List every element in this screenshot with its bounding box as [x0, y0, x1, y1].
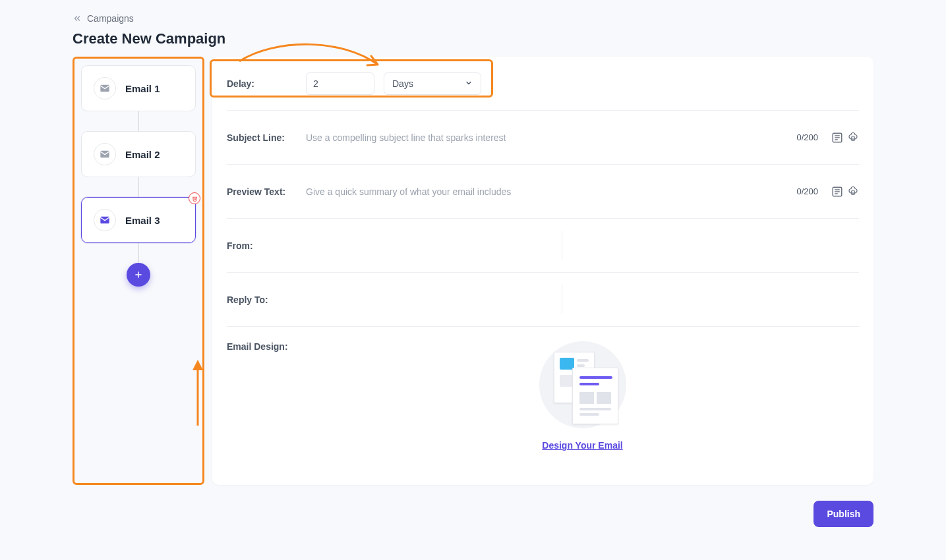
- field-separator: [562, 231, 562, 260]
- mail-icon: [94, 209, 116, 231]
- delay-value-input[interactable]: 2: [306, 72, 374, 95]
- email-item-label: Email 1: [125, 83, 160, 94]
- mail-icon: [94, 77, 116, 99]
- field-separator: [562, 285, 562, 314]
- delay-unit-text: Days: [392, 78, 413, 89]
- subject-label: Subject Line:: [227, 132, 306, 143]
- delay-label: Delay:: [227, 78, 306, 89]
- sidebar-item-email-3[interactable]: Email 3: [81, 197, 196, 243]
- email-sequence-sidebar: Email 1 Email 2: [73, 57, 204, 485]
- svg-point-8: [852, 136, 855, 139]
- breadcrumb[interactable]: Campaigns: [73, 13, 873, 24]
- email-item-label: Email 3: [125, 215, 160, 226]
- design-illustration: [539, 341, 626, 428]
- reply-to-label: Reply To:: [227, 294, 306, 305]
- subject-row: Subject Line: Use a compelling subject l…: [227, 111, 859, 165]
- design-email-link[interactable]: Design Your Email: [542, 440, 622, 451]
- page-title: Create New Campaign: [73, 30, 873, 47]
- subject-input[interactable]: Use a compelling subject line that spark…: [306, 132, 796, 143]
- from-label: From:: [227, 240, 306, 251]
- sidebar-item-email-2[interactable]: Email 2: [81, 131, 196, 177]
- sequence-connector: [138, 111, 139, 131]
- ai-icon[interactable]: [847, 132, 859, 144]
- chevron-down-icon: [465, 78, 473, 89]
- template-icon[interactable]: [831, 186, 843, 198]
- preview-label: Preview Text:: [227, 186, 306, 197]
- svg-point-13: [852, 190, 855, 193]
- preview-input[interactable]: Give a quick summary of what your email …: [306, 186, 796, 197]
- sequence-connector: [138, 177, 139, 197]
- delete-email-button[interactable]: [189, 192, 200, 204]
- delay-value-text: 2: [313, 78, 318, 89]
- preview-counter: 0/200: [796, 186, 818, 196]
- subject-counter: 0/200: [796, 132, 818, 142]
- delay-row: Delay: 2 Days: [227, 57, 859, 111]
- mail-icon: [94, 143, 116, 165]
- chevrons-left-icon: [73, 14, 82, 23]
- add-email-button[interactable]: [127, 263, 150, 287]
- breadcrumb-campaigns[interactable]: Campaigns: [87, 13, 134, 24]
- design-section: Design Your Email: [306, 341, 859, 451]
- email-item-label: Email 2: [125, 149, 160, 160]
- email-editor-panel: Delay: 2 Days Subject Line: Use a compel…: [212, 57, 873, 485]
- preview-row: Preview Text: Give a quick summary of wh…: [227, 165, 859, 219]
- from-row: From:: [227, 219, 859, 273]
- publish-button[interactable]: Publish: [813, 501, 873, 527]
- sidebar-item-email-1[interactable]: Email 1: [81, 65, 196, 111]
- reply-to-row: Reply To:: [227, 273, 859, 327]
- design-label: Email Design:: [227, 341, 306, 352]
- template-icon[interactable]: [831, 132, 843, 144]
- delay-unit-select[interactable]: Days: [384, 72, 481, 95]
- ai-icon[interactable]: [847, 186, 859, 198]
- sequence-connector: [138, 243, 139, 263]
- design-row: Email Design:: [227, 327, 859, 465]
